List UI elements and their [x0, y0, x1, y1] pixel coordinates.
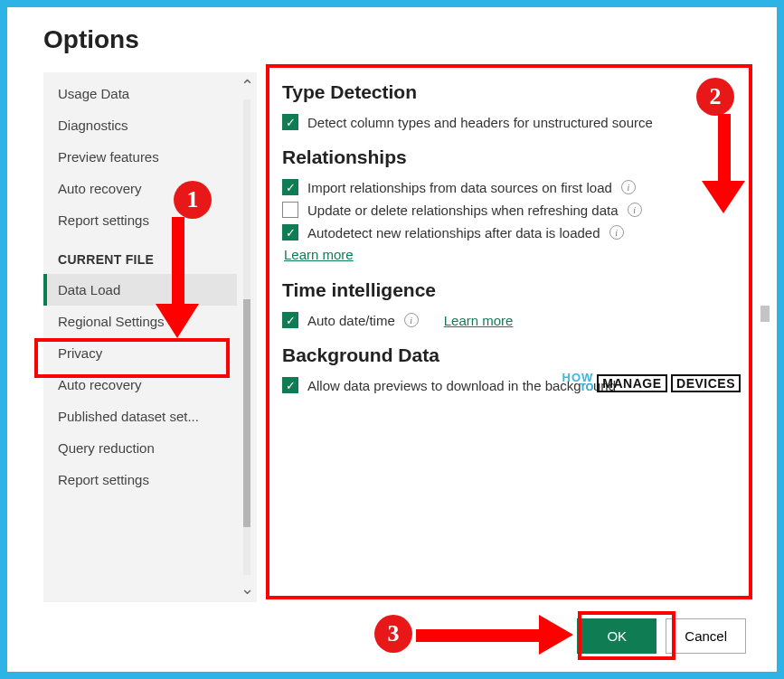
sidebar-item-preview-features[interactable]: Preview features [43, 141, 237, 173]
sidebar-item-query-reduction[interactable]: Query reduction [43, 432, 237, 464]
sidebar-list: Usage Data Diagnostics Preview features … [43, 72, 237, 602]
info-icon[interactable]: i [404, 313, 419, 327]
sidebar-item-regional-settings[interactable]: Regional Settings [43, 306, 237, 337]
option-label: Autodetect new relationships after data … [307, 225, 600, 240]
sidebar-scrollbar[interactable]: ⌃ ⌄ [237, 72, 257, 602]
option-auto-date-time[interactable]: ✓ Auto date/time i Learn more [282, 312, 746, 328]
sidebar: Usage Data Diagnostics Preview features … [43, 72, 257, 602]
sidebar-item-report-settings-file[interactable]: Report settings [43, 464, 237, 495]
content-area: Usage Data Diagnostics Preview features … [43, 72, 750, 602]
chevron-down-icon[interactable]: ⌄ [241, 580, 254, 597]
checkbox-icon[interactable]: ✓ [282, 114, 298, 130]
sidebar-item-diagnostics[interactable]: Diagnostics [43, 109, 237, 141]
dialog-title: Options [43, 25, 750, 54]
checkbox-icon[interactable] [282, 202, 298, 218]
cancel-button[interactable]: Cancel [666, 618, 746, 654]
option-label: Auto date/time [307, 313, 395, 328]
info-icon[interactable]: i [628, 203, 642, 217]
checkbox-icon[interactable]: ✓ [282, 179, 298, 195]
sidebar-item-auto-recovery[interactable]: Auto recovery [43, 173, 237, 204]
dialog-buttons: OK Cancel [43, 618, 750, 654]
learn-more-link[interactable]: Learn more [444, 313, 514, 328]
sidebar-item-published-dataset[interactable]: Published dataset set... [43, 401, 237, 432]
option-label: Allow data previews to download in the b… [307, 378, 616, 393]
main-scrollbar-thumb[interactable] [760, 306, 770, 322]
option-label: Detect column types and headers for unst… [307, 115, 653, 130]
chevron-up-icon[interactable]: ⌃ [241, 78, 254, 94]
ok-button[interactable]: OK [577, 618, 656, 654]
checkbox-icon[interactable]: ✓ [282, 224, 298, 240]
section-time-intelligence: Time intelligence [282, 279, 746, 301]
main-scrollbar[interactable] [760, 105, 770, 593]
checkbox-icon[interactable]: ✓ [282, 312, 298, 328]
option-import-relationships[interactable]: ✓ Import relationships from data sources… [282, 179, 746, 195]
sidebar-item-usage-data[interactable]: Usage Data [43, 78, 237, 109]
option-label: Update or delete relationships when refr… [307, 203, 619, 218]
option-detect-column-types[interactable]: ✓ Detect column types and headers for un… [282, 114, 746, 130]
section-relationships: Relationships [282, 146, 746, 168]
main-panel: Type Detection ✓ Detect column types and… [282, 72, 750, 602]
sidebar-item-report-settings[interactable]: Report settings [43, 204, 237, 236]
scroll-thumb[interactable] [243, 299, 250, 527]
checkbox-icon[interactable]: ✓ [282, 377, 298, 393]
sidebar-item-data-load[interactable]: Data Load [43, 274, 237, 306]
info-icon[interactable]: i [609, 225, 624, 240]
scroll-track[interactable] [243, 99, 250, 575]
option-update-delete-relationships[interactable]: Update or delete relationships when refr… [282, 202, 746, 218]
section-type-detection: Type Detection [282, 81, 746, 103]
option-background-download[interactable]: ✓ Allow data previews to download in the… [282, 377, 746, 393]
option-autodetect-relationships[interactable]: ✓ Autodetect new relationships after dat… [282, 224, 746, 240]
info-icon[interactable]: i [621, 180, 636, 194]
section-background-data: Background Data [282, 344, 746, 366]
options-dialog: Options Usage Data Diagnostics Preview f… [7, 7, 777, 672]
learn-more-link[interactable]: Learn more [284, 247, 354, 262]
sidebar-item-privacy[interactable]: Privacy [43, 337, 237, 369]
sidebar-section-current-file: CURRENT FILE [43, 236, 237, 274]
sidebar-item-auto-recovery-file[interactable]: Auto recovery [43, 369, 237, 401]
option-label: Import relationships from data sources o… [307, 180, 612, 195]
